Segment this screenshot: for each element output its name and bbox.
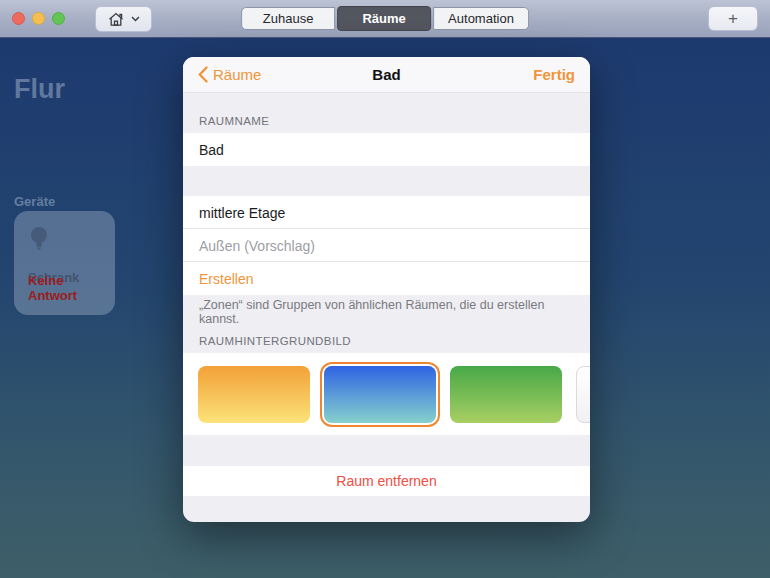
- lightbulb-icon: [28, 225, 50, 255]
- minimize-window-button[interactable]: [32, 12, 45, 25]
- view-segmented-control: Zuhause Räume Automation: [241, 7, 529, 30]
- window-titlebar: Zuhause Räume Automation +: [0, 0, 770, 38]
- chevron-left-icon: [198, 66, 208, 83]
- wallpaper-section-label: RAUMHINTERGRUNDBILD: [199, 335, 351, 347]
- section-divider: [183, 435, 590, 466]
- tab-zuhause[interactable]: Zuhause: [241, 7, 335, 30]
- room-settings-sheet: Räume Bad Fertig RAUMNAME Bad mittlere E…: [183, 57, 590, 522]
- wallpaper-swatch-strip[interactable]: [183, 353, 590, 435]
- zone-suggestion-field[interactable]: Außen (Vorschlag): [183, 229, 590, 262]
- close-window-button[interactable]: [12, 12, 25, 25]
- tab-raeume[interactable]: Räume: [337, 6, 431, 31]
- create-zone-button[interactable]: Erstellen: [183, 262, 590, 295]
- devices-section-label: Geräte: [14, 194, 55, 209]
- room-name-section: RAUMNAME: [183, 93, 590, 133]
- zones-note-wrap: „Zonen“ sind Gruppen von ähnlichen Räume…: [183, 295, 590, 322]
- wallpaper-swatch-orange[interactable]: [198, 366, 310, 423]
- room-title: Flur: [14, 74, 65, 105]
- room-name-section-label: RAUMNAME: [199, 115, 269, 127]
- sheet-title: Bad: [372, 66, 400, 83]
- add-button[interactable]: +: [708, 6, 758, 31]
- done-button[interactable]: Fertig: [533, 66, 575, 83]
- home-icon: [108, 12, 124, 27]
- wallpaper-section: RAUMHINTERGRUNDBILD: [183, 322, 590, 353]
- device-tile-schrank[interactable]: Schrank Keine Antwort: [14, 211, 115, 315]
- sheet-header: Räume Bad Fertig: [183, 57, 590, 93]
- zoom-window-button[interactable]: [52, 12, 65, 25]
- window-controls: [12, 12, 65, 25]
- back-button-label: Räume: [213, 66, 261, 83]
- room-name-value: Bad: [199, 142, 224, 158]
- wallpaper-swatch-green[interactable]: [450, 366, 562, 423]
- remove-room-button[interactable]: Raum entfernen: [183, 466, 590, 496]
- room-name-field[interactable]: Bad: [183, 133, 590, 166]
- home-menu-button[interactable]: [95, 6, 152, 32]
- sheet-bottom-padding: [183, 496, 590, 522]
- wallpaper-swatch-blue[interactable]: [324, 366, 436, 423]
- back-button[interactable]: Räume: [198, 66, 261, 83]
- section-divider: [183, 166, 590, 196]
- device-status: Keine Antwort: [28, 273, 115, 303]
- zone-placeholder: Außen (Vorschlag): [199, 238, 315, 254]
- chevron-down-icon: [131, 16, 140, 22]
- tab-automation[interactable]: Automation: [433, 7, 529, 30]
- remove-room-label: Raum entfernen: [336, 473, 436, 489]
- create-zone-label: Erstellen: [199, 271, 253, 287]
- wallpaper-swatch-white[interactable]: [576, 366, 590, 423]
- plus-icon: +: [728, 9, 738, 29]
- floor-row[interactable]: mittlere Etage: [183, 196, 590, 229]
- floor-value: mittlere Etage: [199, 205, 285, 221]
